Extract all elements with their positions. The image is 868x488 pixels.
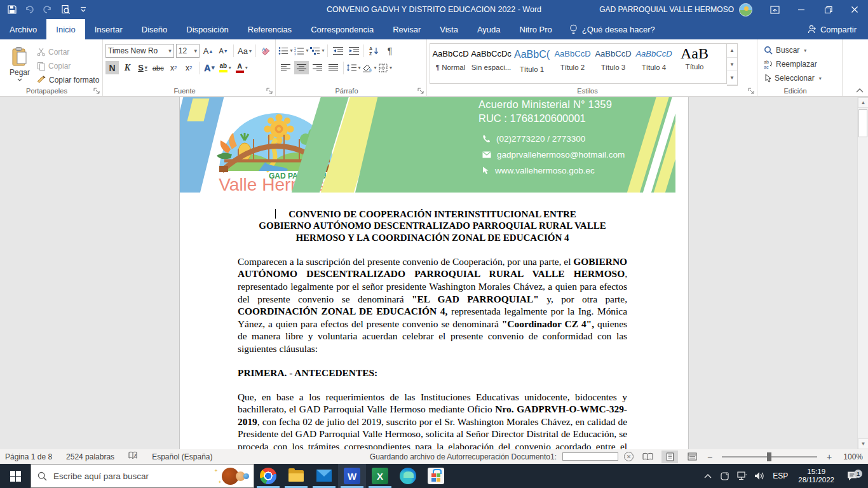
minimize-button[interactable]	[788, 0, 815, 19]
style-titulo[interactable]: AaB Título	[674, 44, 715, 83]
network-icon[interactable]	[733, 464, 750, 488]
undo-button[interactable]	[22, 1, 38, 18]
style-titulo-2[interactable]: AaBbCcD Título 2	[552, 44, 593, 83]
style-titulo-1[interactable]: AaBbC( Título 1	[512, 44, 552, 83]
styles-more-button[interactable]: ▼	[727, 71, 737, 85]
grow-font-button[interactable]: A▲	[201, 44, 215, 58]
cut-button[interactable]: Cortar	[37, 46, 99, 58]
tab-ayuda[interactable]: Ayuda	[468, 19, 510, 39]
sort-button[interactable]: AZ	[367, 44, 381, 57]
tray-sync-icon[interactable]	[716, 464, 733, 488]
taskbar-clock[interactable]: 15:19 28/11/2022	[793, 468, 839, 484]
tab-nitro-pro[interactable]: Nitro Pro	[510, 19, 562, 39]
tab-archivo[interactable]: Archivo	[0, 19, 46, 39]
numbering-button[interactable]: 123▾	[294, 44, 309, 57]
zoom-slider[interactable]	[722, 456, 817, 458]
borders-button[interactable]: ▾	[378, 61, 393, 74]
scroll-up-button[interactable]: ▲	[858, 97, 868, 108]
language-indicator[interactable]: Español (España)	[152, 452, 212, 461]
style-titulo-4[interactable]: AaBbCcD Título 4	[634, 44, 674, 83]
document-page[interactable]: GAD PARROQUIAL Valle Hermoso Acuerdo Min…	[179, 97, 689, 449]
dialog-launcher-icon[interactable]	[266, 88, 273, 95]
bold-button[interactable]: N	[105, 61, 119, 74]
collapse-ribbon-button[interactable]	[855, 88, 864, 93]
word-count[interactable]: 2524 palabras	[66, 452, 114, 461]
superscript-button[interactable]: x2	[182, 61, 196, 74]
align-center-button[interactable]	[294, 61, 309, 74]
tab-inicio[interactable]: Inicio	[46, 19, 85, 39]
start-button[interactable]	[0, 464, 31, 488]
ribbon-display-options-button[interactable]	[761, 0, 788, 19]
document-title[interactable]: CONVENIO DE COOPERACIÓN INTERINSTITUCION…	[238, 208, 627, 243]
print-preview-button[interactable]	[57, 1, 74, 18]
replace-button[interactable]: abac Reemplazar	[764, 58, 838, 70]
dialog-launcher-icon[interactable]	[748, 88, 755, 95]
tab-insertar[interactable]: Insertar	[85, 19, 132, 39]
highlight-button[interactable]: ab▾	[218, 61, 233, 74]
scroll-down-button[interactable]: ▼	[858, 438, 868, 449]
tab-revisar[interactable]: Revisar	[383, 19, 430, 39]
close-button[interactable]	[841, 0, 868, 19]
italic-button[interactable]: K	[121, 61, 134, 74]
align-left-button[interactable]	[278, 61, 293, 74]
save-button[interactable]	[4, 1, 20, 18]
paragraph-2[interactable]: Que, en base a los requerimientos de las…	[238, 391, 627, 449]
taskbar-search[interactable]: Escribe aquí para buscar ✦ ✦	[31, 464, 254, 488]
share-button[interactable]: Compartir	[796, 19, 868, 39]
input-language[interactable]: ESP	[768, 471, 793, 480]
styles-scroll-up-button[interactable]: ▲	[727, 44, 737, 58]
format-painter-button[interactable]: Copiar formato	[37, 74, 99, 86]
tab-disposicion[interactable]: Disposición	[177, 19, 238, 39]
taskbar-word[interactable]: W	[338, 464, 366, 488]
action-center-button[interactable]: 1	[839, 471, 865, 481]
customize-qat-button[interactable]	[75, 1, 92, 18]
proofing-status[interactable]: ✗	[128, 451, 138, 462]
paste-button[interactable]: Pegar	[3, 42, 37, 86]
subscript-button[interactable]: x2	[167, 61, 180, 74]
strikethrough-button[interactable]: abc	[151, 61, 165, 74]
tray-show-hidden-button[interactable]	[699, 464, 716, 488]
copy-button[interactable]: Copiar	[37, 60, 99, 72]
show-marks-button[interactable]: ¶	[383, 44, 397, 57]
taskbar-excel[interactable]: X	[366, 464, 394, 488]
account-avatar[interactable]	[739, 3, 752, 17]
align-right-button[interactable]	[310, 61, 325, 74]
underline-button[interactable]: S▾	[136, 61, 149, 74]
bullets-button[interactable]: ▾	[278, 44, 293, 57]
decrease-indent-button[interactable]	[330, 44, 345, 57]
zoom-in-button[interactable]: +	[825, 452, 833, 462]
redo-button[interactable]	[39, 1, 56, 18]
select-button[interactable]: Seleccionar▾	[764, 72, 838, 84]
tab-vista[interactable]: Vista	[430, 19, 468, 39]
account-name[interactable]: GAD PARROQUIAL VALLE HERMOSO	[599, 5, 734, 14]
text-effects-button[interactable]: A▾	[203, 61, 216, 74]
scrollbar-thumb[interactable]	[858, 109, 867, 137]
style-sin-espaciado[interactable]: AaBbCcDc Sin espaci...	[471, 44, 512, 83]
clear-formatting-button[interactable]: A	[259, 44, 273, 58]
font-size-combo[interactable]: 12▾	[176, 44, 200, 58]
print-layout-button[interactable]	[661, 451, 678, 463]
tab-correspondencia[interactable]: Correspondencia	[301, 19, 383, 39]
styles-scroll-down-button[interactable]: ▼	[727, 58, 737, 72]
zoom-slider-thumb[interactable]	[767, 452, 771, 461]
dialog-launcher-icon[interactable]	[93, 88, 100, 95]
dialog-launcher-icon[interactable]	[417, 88, 424, 95]
vertical-scrollbar[interactable]: ▲ ▼	[857, 97, 868, 449]
multilevel-list-button[interactable]: ▾	[310, 44, 325, 57]
volume-icon[interactable]	[750, 464, 768, 488]
shrink-font-button[interactable]: A▼	[217, 44, 230, 58]
tab-referencias[interactable]: Referencias	[238, 19, 301, 39]
taskbar-edge[interactable]	[394, 464, 422, 488]
taskbar-chrome[interactable]	[254, 464, 282, 488]
taskbar-mail[interactable]	[310, 464, 338, 488]
restore-button[interactable]	[815, 0, 841, 19]
line-spacing-button[interactable]: ▾	[346, 61, 361, 74]
font-color-button[interactable]: A▾	[234, 61, 249, 74]
change-case-button[interactable]: Aa▾	[237, 44, 252, 58]
style-normal[interactable]: AaBbCcD ¶ Normal	[430, 44, 471, 83]
read-mode-button[interactable]	[639, 451, 656, 463]
heading-antecedentes[interactable]: PRIMERA. - ANTECEDENTES:	[238, 367, 627, 379]
taskbar-file-explorer[interactable]	[282, 464, 310, 488]
paragraph-1[interactable]: Comparecen a la suscripción del presente…	[238, 255, 627, 355]
page-indicator[interactable]: Página 1 de 8	[5, 452, 52, 461]
